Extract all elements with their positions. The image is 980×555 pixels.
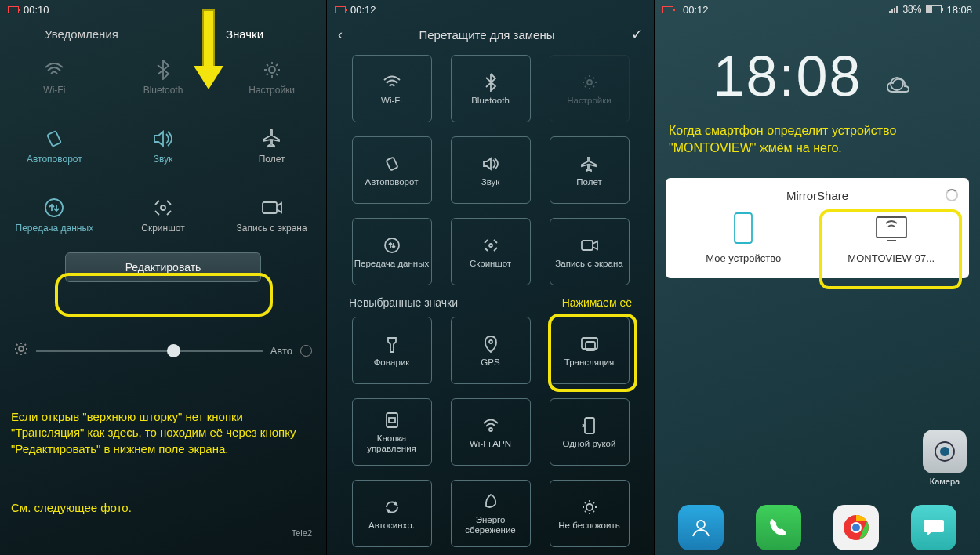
- tile-sound[interactable]: Звук: [120, 122, 206, 169]
- cell-record[interactable]: Запись с экрана: [550, 218, 630, 285]
- edit-button[interactable]: Редактировать: [65, 252, 261, 282]
- annotation-hint: Нажимаем её: [562, 296, 632, 309]
- bluetooth-icon: [485, 72, 497, 92]
- slider-thumb[interactable]: [167, 344, 180, 357]
- tile-bluetooth[interactable]: Bluetooth: [120, 53, 206, 100]
- dnd-icon: [581, 497, 598, 517]
- dock-messages[interactable]: [911, 505, 956, 550]
- gps-icon: [483, 334, 499, 354]
- cell-wifi[interactable]: Wi-Fi: [352, 55, 432, 122]
- tile-data[interactable]: Передача данных: [11, 191, 97, 238]
- camera-icon: [923, 430, 967, 473]
- svg-point-11: [489, 340, 492, 343]
- screenshot-icon: [153, 196, 173, 219]
- cell-flight[interactable]: Полет: [550, 136, 630, 204]
- wifi-icon: [44, 58, 64, 82]
- cell-bluetooth[interactable]: Bluetooth: [451, 55, 531, 122]
- cell-cast[interactable]: Трансляция: [550, 317, 630, 384]
- svg-point-23: [940, 447, 949, 456]
- dock-phone[interactable]: [756, 505, 801, 550]
- weather-icon: [881, 56, 922, 96]
- cell-dnd[interactable]: Не беспокоить: [550, 480, 630, 547]
- tab-notifications[interactable]: Уведомления: [0, 23, 163, 45]
- tile-screenshot[interactable]: Скриншот: [120, 191, 206, 238]
- cell-data[interactable]: Передача данных: [352, 218, 432, 285]
- lock-clock: 18:08: [655, 44, 980, 108]
- bluetooth-icon: [156, 58, 170, 82]
- svg-point-18: [586, 504, 593, 510]
- tile-wifi[interactable]: Wi-Fi: [11, 53, 97, 100]
- slider-track[interactable]: [36, 350, 263, 352]
- qs-tabs: Уведомления Значки: [0, 19, 326, 49]
- carrier-label: Tele2: [292, 528, 312, 538]
- cell-ctrl[interactable]: Кнопка управления: [352, 398, 432, 466]
- back-icon[interactable]: ‹: [338, 27, 343, 43]
- gear-icon: [581, 72, 598, 92]
- status-bar: 00:12: [327, 0, 654, 19]
- auto-checkbox[interactable]: [300, 345, 312, 357]
- tile-settings[interactable]: Настройки: [229, 53, 315, 100]
- sound-icon: [481, 154, 500, 174]
- svg-rect-21: [877, 217, 906, 238]
- svg-rect-15: [389, 418, 395, 423]
- cell-settings[interactable]: Настройки: [550, 55, 630, 122]
- svg-point-5: [19, 346, 24, 351]
- svg-rect-17: [585, 418, 594, 433]
- cell-gps[interactable]: GPS: [451, 317, 531, 384]
- tile-flight[interactable]: Полет: [229, 122, 315, 169]
- sync-icon: [383, 497, 401, 517]
- annotation-caption-1: Если открыв "верхнюю шторку" нет кнопки …: [11, 409, 315, 457]
- rotate-icon: [43, 127, 65, 151]
- cell-torch[interactable]: Фонарик: [352, 317, 432, 384]
- tv-wifi-icon: [870, 212, 913, 245]
- status-bar: 00:10: [0, 0, 326, 19]
- svg-point-2: [45, 199, 63, 216]
- rotate-icon: [383, 154, 401, 174]
- dock-contacts[interactable]: [678, 505, 724, 550]
- brightness-icon: [14, 342, 28, 359]
- unselected-label: Невыбранные значки: [349, 296, 458, 309]
- record-icon: [580, 235, 599, 256]
- cell-eco[interactable]: Энерго сбережение: [451, 480, 531, 547]
- plane-icon: [581, 154, 598, 174]
- svg-point-27: [852, 524, 860, 531]
- svg-rect-20: [735, 213, 752, 243]
- mirrorshare-card: MirrorShare Мое устройство MONTOVIEW-97.…: [666, 178, 969, 278]
- annotation-caption-2: См. следующее фото.: [11, 500, 315, 516]
- svg-point-0: [269, 67, 275, 73]
- confirm-icon[interactable]: ✓: [631, 26, 643, 43]
- device-my[interactable]: Мое устройство: [673, 212, 814, 264]
- device-montoview[interactable]: MONTOVIEW-97...: [822, 212, 962, 264]
- battery-icon: [335, 6, 346, 13]
- apn-icon: [481, 415, 500, 436]
- status-time-right: 18:08: [946, 4, 972, 16]
- cell-sound[interactable]: Звук: [451, 136, 531, 204]
- dock: [655, 505, 980, 550]
- edit-title: Перетащите для замены: [350, 28, 623, 42]
- battery-pct: 38%: [902, 4, 921, 15]
- cell-rotate[interactable]: Автоповорот: [352, 136, 432, 204]
- status-time-left: 00:12: [683, 4, 709, 16]
- gear-icon: [263, 58, 281, 82]
- phone-icon: [722, 212, 764, 245]
- svg-point-9: [489, 244, 492, 247]
- sound-icon: [152, 127, 174, 151]
- cell-screenshot[interactable]: Скриншот: [451, 218, 531, 285]
- dock-chrome[interactable]: [833, 505, 879, 550]
- status-time: 00:12: [350, 4, 376, 16]
- svg-point-24: [697, 521, 705, 528]
- ctrl-icon: [384, 410, 400, 430]
- tile-record[interactable]: Запись с экрана: [229, 191, 315, 238]
- eco-icon: [483, 492, 499, 512]
- cell-sync[interactable]: Автосинхр.: [352, 480, 432, 547]
- tab-icons[interactable]: Значки: [163, 23, 326, 45]
- torch-icon: [385, 334, 399, 354]
- brightness-slider[interactable]: Авто: [14, 342, 312, 359]
- screenshot-icon: [482, 235, 499, 256]
- cell-onehand[interactable]: Одной рукой: [550, 398, 630, 466]
- app-camera[interactable]: Камера: [920, 430, 969, 486]
- cell-apn[interactable]: Wi-Fi APN: [451, 398, 531, 466]
- unselected-section: Невыбранные значки Нажимаем её: [327, 290, 654, 312]
- tile-autorotate[interactable]: Автоповорот: [11, 122, 97, 169]
- svg-point-3: [161, 205, 165, 210]
